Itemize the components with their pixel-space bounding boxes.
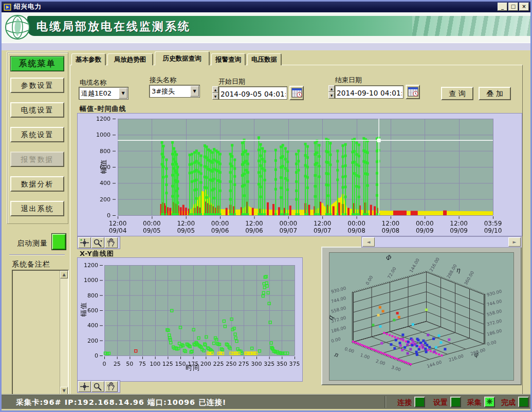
end-date-label: 结束日期 xyxy=(335,76,362,85)
scroll-down-icon[interactable]: ▼ xyxy=(60,387,68,395)
banner-decoration xyxy=(412,16,530,36)
time-chart-title: 幅值-时间曲线 xyxy=(80,104,126,114)
xy-chart-title: X-Y曲线图 xyxy=(80,249,114,258)
spin-down-icon[interactable]: ▼ xyxy=(212,93,218,100)
cable-name-value: 道越1E02 xyxy=(81,89,112,98)
start-date-calendar-button[interactable] xyxy=(289,86,304,100)
start-date-spinner[interactable]: ▲ ▼ xyxy=(212,86,218,100)
remarks-scrollbar[interactable]: ▲ ▼ xyxy=(60,271,68,395)
chart-horizontal-scrollbar[interactable]: ◄ ► xyxy=(361,236,522,248)
tab-alarm-query[interactable]: 报警查询 xyxy=(211,53,246,65)
zoom-tool-icon[interactable] xyxy=(91,381,104,392)
calendar-icon xyxy=(408,86,419,97)
app-window: 绍兴电力 _ □ × 电缆局部放电在线监测系统 系统菜单 参数设置 电缆设置 系… xyxy=(0,0,532,412)
joint-name-select[interactable]: 3#接头 ▼ xyxy=(149,85,200,98)
data-analysis-button[interactable]: 数据分析 xyxy=(10,176,64,192)
header: 电缆局部放电在线监测系统 xyxy=(2,12,530,43)
zoom-tool-icon[interactable] xyxy=(91,237,104,248)
tab-basic-params[interactable]: 基本参数 xyxy=(71,53,106,65)
cursor-tool-icon[interactable] xyxy=(78,381,91,392)
start-date-input[interactable] xyxy=(218,86,287,100)
header-separator xyxy=(2,43,530,50)
remarks-textarea[interactable]: ▲ ▼ xyxy=(12,270,69,396)
remarks-text xyxy=(14,272,59,394)
end-date-calendar-button[interactable] xyxy=(406,85,420,99)
chevron-down-icon[interactable]: ▼ xyxy=(119,88,127,99)
statusbar-divider xyxy=(384,396,386,408)
connect-led xyxy=(414,397,425,407)
remarks-label: 系统备注栏 xyxy=(12,260,50,269)
window-title: 绍兴电力 xyxy=(14,3,42,11)
spin-up-icon[interactable]: ▲ xyxy=(212,86,218,93)
minimize-button[interactable]: _ xyxy=(498,3,507,11)
close-button[interactable]: × xyxy=(519,3,529,11)
joint-name-value: 3#接头 xyxy=(152,87,175,96)
acquire-led xyxy=(484,397,495,407)
cursor-tool-icon[interactable] xyxy=(78,237,91,248)
scroll-right-icon[interactable]: ► xyxy=(508,237,521,247)
asterisk-icon xyxy=(486,398,493,405)
company-logo-icon xyxy=(5,14,30,41)
joint-name-label: 接头名称 xyxy=(150,76,176,85)
spin-up-icon[interactable]: ▲ xyxy=(328,85,335,92)
cable-name-select[interactable]: 道越1E02 ▼ xyxy=(79,87,129,100)
xy-chart-ylabel: 幅值 xyxy=(79,302,88,316)
xy-chart-xlabel: 时间 xyxy=(186,363,200,372)
tab-voltage-data[interactable]: 电压数据 xyxy=(247,53,282,65)
pan-hand-tool-icon[interactable] xyxy=(105,381,118,392)
system-settings-button[interactable]: 系统设置 xyxy=(10,127,64,142)
maximize-button[interactable]: □ xyxy=(508,3,518,11)
tab-pd-trend[interactable]: 局放趋势图 xyxy=(107,53,153,65)
phase-3d-chart[interactable] xyxy=(322,248,521,384)
graph-palette xyxy=(77,380,120,393)
calendar-icon xyxy=(291,87,303,98)
scroll-left-icon[interactable]: ◄ xyxy=(362,237,375,247)
indicator-label-connect: 连接 xyxy=(397,398,412,407)
sidebar-divider xyxy=(9,254,65,255)
spin-down-icon[interactable]: ▼ xyxy=(328,92,335,99)
tab-history-query[interactable]: 历史数据查询 xyxy=(155,51,210,65)
query-button[interactable]: 查 询 xyxy=(441,87,473,100)
statusbar: 采集卡:96# IP:192.168.14.96 端口:10096 已连接! 连… xyxy=(2,394,530,409)
chevron-down-icon[interactable]: ▼ xyxy=(190,86,199,97)
cable-settings-button[interactable]: 电缆设置 xyxy=(10,102,64,118)
start-date-label: 开始日期 xyxy=(218,77,245,86)
start-measure-led[interactable] xyxy=(52,234,66,250)
params-settings-button[interactable]: 参数设置 xyxy=(10,78,64,93)
setup-led xyxy=(450,397,461,407)
status-message: 采集卡:96# IP:192.168.14.96 端口:10096 已连接! xyxy=(16,398,226,407)
end-date-input[interactable] xyxy=(335,85,403,99)
cable-name-label: 电缆名称 xyxy=(80,78,106,87)
end-date-spinner[interactable]: ▲ ▼ xyxy=(328,85,335,99)
pan-hand-tool-icon[interactable] xyxy=(105,237,118,248)
indicator-label-acquire: 采集 xyxy=(467,398,482,407)
graph-palette xyxy=(77,236,120,249)
phase-3d-panel xyxy=(321,247,522,385)
time-chart-ylabel: 幅值 xyxy=(99,159,108,174)
indicator-label-setup: 设置 xyxy=(433,398,448,407)
menu-title: 系统菜单 xyxy=(10,56,64,71)
app-icon xyxy=(4,4,11,11)
scroll-up-icon[interactable]: ▲ xyxy=(60,271,68,278)
indicator-label-done: 完成 xyxy=(501,398,516,407)
header-banner: 电缆局部放电在线监测系统 xyxy=(27,16,530,36)
done-led xyxy=(518,397,529,407)
overlay-button[interactable]: 叠 加 xyxy=(479,87,511,100)
start-measure-label: 启动测量 xyxy=(17,239,48,248)
titlebar: 绍兴电力 _ □ × xyxy=(2,2,530,12)
app-title: 电缆局部放电在线监测系统 xyxy=(36,19,191,34)
alarm-data-button: 报警数据 xyxy=(10,152,64,167)
amplitude-time-chart[interactable] xyxy=(77,113,522,236)
exit-system-button[interactable]: 退出系统 xyxy=(10,201,64,216)
